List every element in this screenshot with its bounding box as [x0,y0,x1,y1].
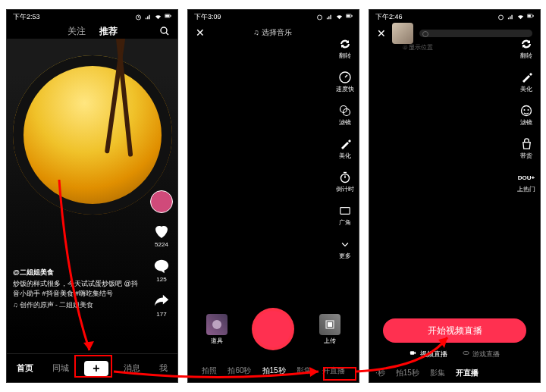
video-icon [410,350,416,356]
mode-trunc[interactable]: ·秒 [375,368,385,378]
tab-follow[interactable]: 关注 [67,25,86,38]
alarm-icon [135,14,142,20]
like-icon[interactable] [152,222,171,240]
tool-filter[interactable]: 滤镜 [338,104,352,127]
signal-icon [326,14,333,20]
svg-rect-29 [410,351,414,355]
nav-home[interactable]: 首页 [12,359,38,377]
alarm-icon [497,14,504,20]
live-title-input[interactable] [419,30,532,37]
battery-icon [346,14,353,20]
battery-icon [527,14,534,20]
close-icon[interactable]: ✕ [196,27,205,39]
profile-avatar[interactable] [392,23,413,44]
mode-60s[interactable]: 拍60秒 [228,365,251,376]
close-icon[interactable]: ✕ [377,27,386,39]
svg-point-6 [161,27,167,33]
tab-recommend[interactable]: 推荐 [99,25,118,38]
nav-create-button[interactable]: + [84,361,108,376]
choose-music[interactable]: ♫ 选择音乐 [253,27,291,38]
tool-beauty[interactable]: 美化 [519,71,533,93]
comment-icon[interactable] [152,257,171,275]
mode-live[interactable]: 开直播 [456,368,479,378]
screen-record: 下午3:09 ✕ ♫ 选择音乐 翻转 速度快 [187,9,359,383]
signal-icon [145,14,152,20]
speed-icon [338,71,352,84]
status-bar: 下午3:09 [188,10,359,24]
wifi-icon [336,14,343,20]
upload-button[interactable] [319,314,340,335]
tool-wide[interactable]: 广角 [338,204,352,227]
tool-beauty[interactable]: 美化 [338,137,352,160]
bag-icon [519,137,533,151]
tool-timer[interactable]: 倒计时 [336,171,354,193]
wifi-icon [517,14,524,20]
tool-goods[interactable]: 带货 [519,137,533,160]
live-tab-video[interactable]: 视频直播 [410,350,447,359]
svg-rect-5 [165,14,169,17]
share-count: 177 [152,311,171,318]
music-marquee[interactable]: ♫ 创作的原声 - 二姐姐美食 [13,301,142,310]
wide-icon [338,204,352,218]
game-icon [463,350,469,356]
svg-rect-21 [328,322,332,327]
tool-more[interactable]: 更多 [338,237,352,260]
screen-feed: 下午2:53 关注 推荐 [6,9,178,383]
mode-photo[interactable]: 拍照 [202,365,217,376]
live-tab-game[interactable]: 游戏直播 [463,350,500,359]
record-button[interactable] [252,308,294,350]
tool-filter[interactable]: 滤镜 [519,104,533,127]
svg-rect-24 [533,14,534,16]
video-caption: @二姐姐美食 炒饭的样式很多，今天试试蛋炒饭吧 @抖音小助手 #抖音美食 #嗨吃… [13,268,142,310]
record-modes: 拍照 拍60秒 拍15秒 影集 开直播 [188,359,359,382]
effects-button[interactable] [206,314,228,335]
signal-icon [507,14,514,20]
filter-icon [338,104,352,118]
battery-icon [165,14,171,20]
mode-album[interactable]: 影集 [430,368,445,378]
mode-live[interactable]: 开直播 [322,365,345,376]
video-content[interactable]: 5224 125 177 @二姐姐美食 炒饭的样式很多，今天试试蛋炒 [7,39,177,342]
upload-label: 上传 [319,337,340,345]
record-modes: ·秒 拍15秒 影集 开直播 [369,364,540,382]
screen-live-setup: 下午2:46 ✕ ⦾ 显示位置 翻转 美化 [369,9,541,383]
record-header: ✕ ♫ 选择音乐 [188,24,359,42]
status-bar: 下午2:46 [369,10,540,24]
beauty-icon [519,71,533,84]
feed-tabs: 关注 推荐 [7,24,177,39]
mode-15s[interactable]: 拍15秒 [262,365,286,376]
nav-messages[interactable]: 消息 [119,359,145,377]
nav-me[interactable]: 我 [155,359,172,377]
record-row: 道具 上传 [188,308,359,350]
author-avatar[interactable] [150,190,173,213]
mode-album[interactable]: 影集 [297,365,312,376]
svg-point-22 [499,14,504,19]
tool-flip[interactable]: 翻转 [519,37,533,60]
douplus-icon: DOU+ [519,171,533,184]
live-type-tabs: 视频直播 游戏直播 [369,350,540,359]
caption-text: 炒饭的样式很多，今天试试蛋炒饭吧 @抖音小助手 #抖音美食 #嗨吃集结号 [13,279,142,298]
status-time: 下午2:53 [13,12,40,22]
mode-15s[interactable]: 拍15秒 [396,368,419,378]
live-tools: 翻转 美化 滤镜 带货 DOU+ 上热门 [517,37,535,193]
alarm-icon [316,14,323,20]
effects-label: 道具 [206,337,228,345]
author-name[interactable]: @二姐姐美食 [13,268,142,278]
tool-douplus[interactable]: DOU+ 上热门 [517,171,535,193]
status-time: 下午3:09 [194,12,221,22]
share-icon[interactable] [152,292,171,310]
action-rail: 5224 125 177 [150,190,173,318]
tool-speed[interactable]: 速度快 [336,71,354,93]
tool-flip[interactable]: 翻转 [338,37,352,60]
comment-count: 125 [152,276,171,283]
status-time: 下午2:46 [375,12,403,22]
bottom-nav: 首页 同城 + 消息 我 [7,353,177,382]
nav-city[interactable]: 同城 [48,359,74,377]
start-live-button[interactable]: 开始视频直播 [383,318,526,343]
like-count: 5224 [152,241,171,248]
flip-icon [338,37,352,51]
timer-icon [338,171,352,184]
search-icon[interactable] [159,26,170,36]
face-icon [519,104,533,118]
svg-rect-30 [463,352,468,355]
